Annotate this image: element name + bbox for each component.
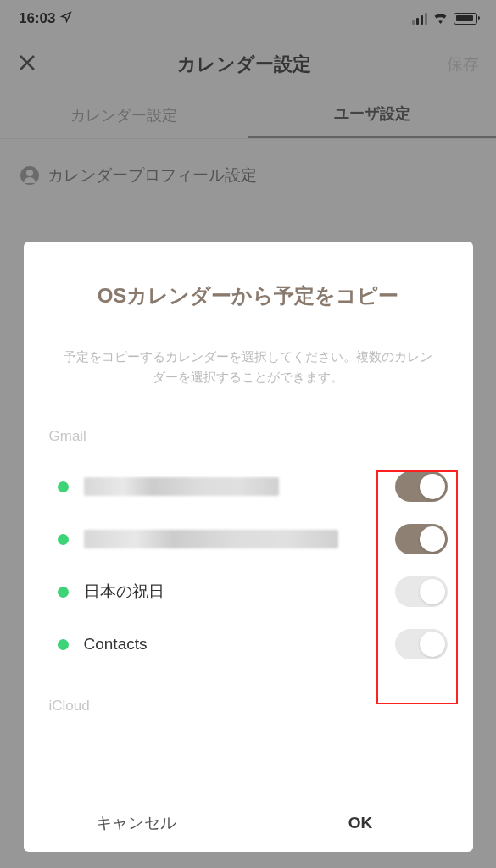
modal-overlay: OSカレンダーから予定をコピー 予定をコピーするカレンダーを選択してください。複… (0, 0, 496, 868)
calendar-color-dot (58, 587, 69, 598)
calendar-color-dot (58, 534, 69, 545)
calendar-color-dot (58, 639, 69, 650)
calendar-name-redacted (84, 530, 338, 548)
calendar-name: 日本の祝日 (84, 581, 380, 603)
group-label-gmail: Gmail (49, 428, 448, 445)
cancel-button[interactable]: キャンセル (24, 793, 248, 852)
calendar-name-redacted (84, 477, 279, 496)
annotation-highlight (376, 470, 458, 704)
modal-description: 予定をコピーするカレンダーを選択してください。複数のカレンダーを選択することがで… (49, 347, 448, 387)
modal-footer: キャンセル OK (24, 793, 473, 852)
modal-title: OSカレンダーから予定をコピー (49, 282, 448, 309)
calendar-color-dot (58, 481, 69, 492)
copy-calendar-modal: OSカレンダーから予定をコピー 予定をコピーするカレンダーを選択してください。複… (24, 242, 473, 852)
ok-button[interactable]: OK (248, 793, 473, 852)
calendar-name: Contacts (84, 635, 380, 654)
